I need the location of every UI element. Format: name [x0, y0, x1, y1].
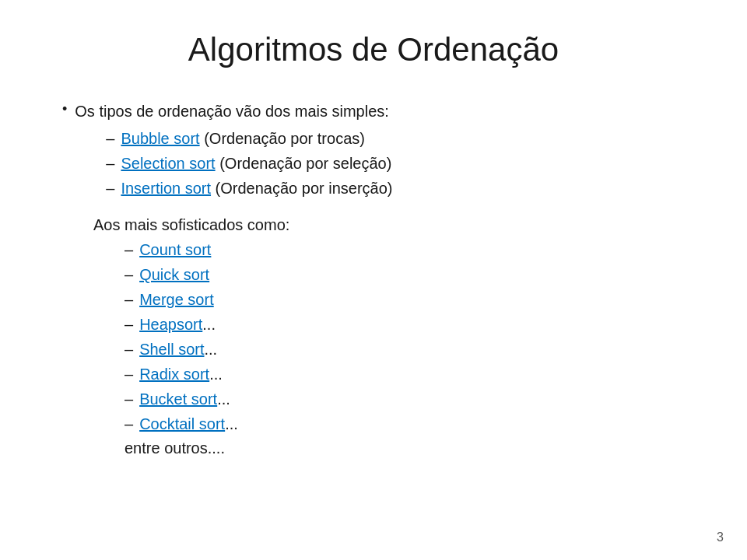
list-item: – Count sort — [124, 237, 700, 262]
dash-icon: – — [124, 387, 133, 411]
content-area: • Os tipos de ordenação vão dos mais sim… — [47, 100, 700, 457]
radix-sort-link[interactable]: Radix sort — [139, 366, 209, 383]
dash-icon: – — [124, 337, 133, 362]
bullet-dot: • — [62, 101, 67, 117]
simple-sort-list: – Bubble sort (Ordenação por trocas) – S… — [75, 126, 392, 201]
main-bullet: • Os tipos de ordenação vão dos mais sim… — [62, 100, 700, 204]
list-item: – Radix sort... — [124, 362, 700, 387]
dash-icon: – — [106, 151, 114, 176]
list-item: – Quick sort — [124, 262, 700, 287]
page-number: 3 — [717, 530, 724, 544]
bucket-sort-link[interactable]: Bucket sort — [139, 390, 217, 408]
main-bullet-text: Os tipos de ordenação vão dos mais simpl… — [75, 103, 389, 120]
list-item: – Selection sort (Ordenação por seleção) — [106, 151, 392, 176]
quick-sort-link[interactable]: Quick sort — [139, 266, 209, 283]
list-item: – Insertion sort (Ordenação por inserção… — [106, 176, 392, 201]
shell-sort-link[interactable]: Shell sort — [139, 341, 204, 358]
list-item: – Merge sort — [124, 287, 700, 312]
list-item: – Cocktail sort... — [124, 411, 700, 436]
heapsort-link[interactable]: Heapsort — [139, 316, 202, 333]
footer-text-container: entre outros.... — [93, 439, 700, 457]
dash-icon: – — [124, 312, 133, 337]
slide: Algoritmos de Ordenação • Os tipos de or… — [0, 0, 747, 560]
slide-title: Algoritmos de Ordenação — [47, 31, 700, 68]
secondary-intro-text: Aos mais sofisticados como: — [93, 216, 700, 234]
list-item: – Bucket sort... — [124, 387, 700, 411]
dash-icon: – — [124, 287, 133, 312]
dash-icon: – — [124, 237, 133, 262]
dash-icon: – — [124, 411, 133, 436]
list-item: – Heapsort... — [124, 312, 700, 337]
main-bullet-content: Os tipos de ordenação vão dos mais simpl… — [75, 100, 392, 204]
bubble-sort-link[interactable]: Bubble sort — [121, 130, 199, 147]
dash-icon: – — [124, 262, 133, 287]
secondary-block: Aos mais sofisticados como: – Count sort… — [62, 216, 700, 457]
cocktail-sort-link[interactable]: Cocktail sort — [139, 415, 225, 432]
footer-text: entre outros.... — [124, 439, 225, 457]
dash-icon: – — [106, 126, 114, 151]
dash-icon: – — [106, 176, 114, 201]
count-sort-link[interactable]: Count sort — [139, 241, 211, 258]
dash-icon: – — [124, 362, 133, 387]
list-item: – Bubble sort (Ordenação por trocas) — [106, 126, 392, 151]
list-item: – Shell sort... — [124, 337, 700, 362]
merge-sort-link[interactable]: Merge sort — [139, 291, 214, 308]
advanced-sort-list: – Count sort – Quick sort – Merge sort –… — [93, 237, 700, 436]
selection-sort-link[interactable]: Selection sort — [121, 155, 215, 172]
insertion-sort-link[interactable]: Insertion sort — [121, 180, 211, 197]
